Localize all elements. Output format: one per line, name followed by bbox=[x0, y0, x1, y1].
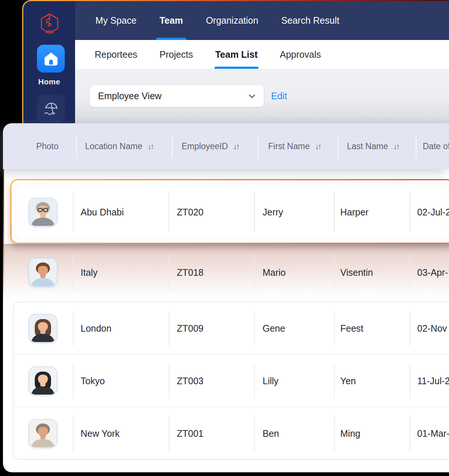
column-header-label: First Name bbox=[268, 141, 310, 151]
cell-divider bbox=[254, 191, 255, 233]
column-divider bbox=[172, 135, 173, 158]
top-nav: My Space Team Organization Search Result bbox=[75, 1, 449, 40]
column-header-photo: Photo bbox=[18, 141, 77, 151]
cell-employee-id: ZT018 bbox=[177, 267, 203, 278]
cell-last-name: Harper bbox=[340, 207, 368, 218]
cell-divider bbox=[254, 363, 255, 399]
sub-nav-item-projects[interactable]: Projects bbox=[159, 40, 193, 69]
cell-divider bbox=[73, 191, 74, 233]
cell-divider bbox=[73, 363, 74, 399]
sort-icon[interactable]: ↓↑ bbox=[148, 142, 153, 151]
people-app-logo-icon bbox=[40, 13, 60, 34]
cell-divider bbox=[334, 255, 335, 290]
cell-date: 03-Apr- bbox=[417, 267, 448, 278]
cell-divider bbox=[254, 311, 255, 346]
sub-nav-label: Approvals bbox=[280, 49, 321, 60]
column-header-first-name[interactable]: First Name ↓↑ bbox=[268, 141, 320, 151]
cell-divider bbox=[409, 191, 410, 233]
sort-icon[interactable]: ↓↑ bbox=[233, 142, 239, 151]
column-header-location-name[interactable]: Location Name ↓↑ bbox=[85, 141, 153, 151]
sub-nav-item-team-list[interactable]: Team List bbox=[215, 40, 258, 69]
column-header-label: Date of bbox=[423, 141, 449, 151]
column-divider bbox=[338, 135, 338, 158]
view-selector-value: Employee View bbox=[98, 91, 249, 101]
app-window: Home My Space Team Or bbox=[0, 0, 449, 476]
cell-first-name: Jerry bbox=[263, 207, 283, 218]
cell-date: 01-Mar-2 bbox=[417, 428, 449, 439]
top-nav-item-my-space[interactable]: My Space bbox=[95, 1, 136, 40]
top-nav-label: Team bbox=[159, 15, 183, 26]
table-row-london[interactable]: London ZT009 Gene Feest 02-Nov bbox=[0, 302, 449, 354]
column-header-date-of: Date of bbox=[423, 141, 449, 151]
cell-date: 02-Nov bbox=[417, 323, 447, 333]
cell-divider bbox=[409, 416, 410, 451]
home-glyph-icon bbox=[44, 52, 58, 66]
cell-last-name: Visentin bbox=[340, 267, 373, 278]
column-divider bbox=[416, 135, 416, 158]
cell-last-name: Feest bbox=[340, 323, 364, 333]
top-nav-item-search-result[interactable]: Search Result bbox=[281, 1, 339, 40]
cell-first-name: Mario bbox=[263, 267, 286, 278]
view-selector-dropdown[interactable]: Employee View bbox=[90, 85, 264, 107]
cell-divider bbox=[169, 416, 169, 451]
sub-nav-item-reportees[interactable]: Reportees bbox=[95, 40, 137, 69]
sidebar-item-home-label: Home bbox=[23, 77, 75, 86]
table-row-tokyo[interactable]: Tokyo ZT003 Lilly Yen 11-Jul-20 bbox=[0, 355, 449, 407]
avatar-photo bbox=[28, 366, 57, 395]
cell-location-name: London bbox=[81, 323, 111, 333]
top-nav-item-organization[interactable]: Organization bbox=[206, 1, 259, 40]
table-header: Photo Location Name ↓↑ EmployeeID ↓↑ Fir… bbox=[3, 123, 449, 169]
cell-divider bbox=[169, 311, 169, 346]
table-row-abu-dhabi[interactable]: Abu Dhabi ZT020 Jerry Harper 02-Jul-2 bbox=[0, 181, 449, 243]
cell-last-name: Ming bbox=[340, 428, 360, 439]
home-icon[interactable] bbox=[37, 45, 65, 73]
cell-divider bbox=[334, 311, 335, 346]
cell-divider bbox=[169, 191, 169, 233]
sort-icon[interactable]: ↓↑ bbox=[393, 142, 399, 151]
cell-divider bbox=[409, 255, 410, 290]
cell-divider bbox=[409, 363, 410, 399]
avatar-photo bbox=[28, 258, 57, 287]
cell-location-name: Tokyo bbox=[81, 375, 105, 386]
cell-employee-id: ZT001 bbox=[177, 428, 203, 439]
cell-divider bbox=[334, 416, 335, 451]
sort-icon[interactable]: ↓↑ bbox=[315, 142, 320, 151]
table-row-new-york[interactable]: New York ZT001 Ben Ming 01-Mar-2 bbox=[0, 407, 449, 459]
column-header-employeeid[interactable]: EmployeeID ↓↑ bbox=[182, 141, 239, 151]
table-row-italy[interactable]: Italy ZT018 Mario Visentin 03-Apr- bbox=[0, 247, 449, 298]
cell-date: 11-Jul-20 bbox=[417, 375, 449, 386]
cell-divider bbox=[169, 255, 169, 290]
cell-employee-id: ZT020 bbox=[177, 207, 203, 218]
beach-umbrella-icon[interactable] bbox=[37, 95, 65, 123]
cell-divider bbox=[254, 255, 255, 290]
column-header-last-name[interactable]: Last Name ↓↑ bbox=[347, 141, 399, 151]
cell-divider bbox=[334, 363, 335, 399]
column-header-label: Location Name bbox=[85, 141, 142, 151]
avatar-photo bbox=[28, 314, 57, 343]
cell-divider bbox=[73, 416, 74, 451]
top-nav-item-team[interactable]: Team bbox=[159, 1, 183, 40]
sub-nav-label: Reportees bbox=[95, 49, 137, 60]
umbrella-glyph-icon bbox=[43, 101, 59, 117]
avatar-photo bbox=[28, 198, 57, 227]
cell-divider bbox=[254, 416, 255, 451]
chevron-down-icon bbox=[249, 94, 256, 98]
cell-divider bbox=[73, 311, 74, 346]
top-nav-label: My Space bbox=[95, 15, 136, 26]
cell-employee-id: ZT009 bbox=[177, 323, 203, 333]
cell-location-name: Italy bbox=[81, 267, 98, 278]
app-frame: Home My Space Team Or bbox=[22, 0, 449, 124]
top-nav-label: Organization bbox=[206, 15, 259, 26]
cell-location-name: New York bbox=[81, 428, 120, 439]
cell-divider bbox=[169, 363, 169, 399]
cell-location-name: Abu Dhabi bbox=[81, 207, 124, 218]
cell-divider bbox=[409, 311, 410, 346]
sub-nav-item-approvals[interactable]: Approvals bbox=[280, 40, 321, 69]
cell-first-name: Lilly bbox=[263, 375, 278, 386]
cell-first-name: Ben bbox=[263, 428, 279, 439]
avatar-photo bbox=[28, 419, 57, 448]
column-header-label: Last Name bbox=[347, 141, 388, 151]
edit-view-link[interactable]: Edit bbox=[271, 85, 287, 107]
sub-nav-label: Team List bbox=[215, 49, 258, 60]
column-header-label: Photo bbox=[36, 141, 58, 151]
